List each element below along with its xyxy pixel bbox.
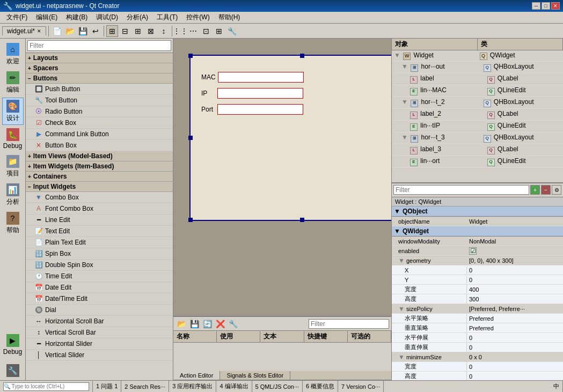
prop-windowmodality[interactable]: windowModality NonModal: [392, 236, 563, 246]
form-widget[interactable]: MAC IP Port: [189, 55, 391, 221]
palette-item-dial[interactable]: 🔘 Dial: [26, 305, 173, 316]
obj-row-hbox2[interactable]: ▼ ⊞ hor···t_2 Q QHBoxLayout: [392, 97, 563, 109]
menu-debug[interactable]: 调试(D): [92, 12, 122, 23]
palette-item-hscrollbar[interactable]: ↔ Horizontal Scroll Bar: [26, 316, 173, 327]
props-filter-add[interactable]: +: [530, 185, 540, 195]
left-btn-design[interactable]: 🎨 设计: [2, 98, 24, 125]
palette-item-commandlink[interactable]: ▶ Command Link Button: [26, 129, 173, 140]
prop-enabled[interactable]: enabled ☑: [392, 246, 563, 256]
toolbar-btn-7[interactable]: ⋯: [187, 25, 199, 37]
palette-item-lineedit[interactable]: ━ Line Edit: [26, 215, 173, 226]
toolbar-break-btn[interactable]: ⊠: [145, 25, 157, 37]
prop-geometry[interactable]: ▼ geometry [0, 0), 400 x 300]: [392, 256, 563, 265]
enabled-checkbox[interactable]: ☑: [469, 247, 477, 255]
bottom-btn-refresh[interactable]: 🔄: [201, 318, 213, 330]
obj-row-widget[interactable]: ▼ W Widget Q QWidget: [392, 50, 563, 62]
palette-item-datetimeedit[interactable]: 📅 Date/Time Edit: [26, 293, 173, 305]
toolbar-layout-grid-btn[interactable]: ⊞: [132, 25, 144, 37]
palette-item-fontcombobox[interactable]: A Font Combo Box: [26, 203, 173, 215]
prop-hpolicy[interactable]: 水平策略 Preferred: [392, 314, 563, 323]
palette-item-toolbutton[interactable]: 🔧 Tool Button: [26, 95, 173, 106]
toolbar-save-btn[interactable]: 💾: [77, 25, 89, 37]
palette-item-plaintextedit[interactable]: 📄 Plain Text Edit: [26, 237, 173, 248]
menu-tools[interactable]: 工具(T): [152, 12, 182, 23]
palette-item-pushbutton[interactable]: 🔲 Push Button: [26, 84, 173, 95]
menu-edit[interactable]: 编辑(E): [32, 12, 62, 23]
left-btn-debug2[interactable]: ▶ Debug: [2, 332, 24, 358]
toolbar-btn-10[interactable]: 🔧: [226, 25, 238, 37]
left-btn-welcome[interactable]: ⌂ 欢迎: [2, 41, 24, 68]
obj-row-label1[interactable]: L label Q QLabel: [392, 73, 563, 85]
status-app-output[interactable]: 3 应用程序输出: [169, 381, 216, 392]
handle-bl[interactable]: [188, 218, 193, 222]
group-itemviews[interactable]: + Item Views (Model-Based): [26, 151, 173, 161]
toolbar-new-btn[interactable]: 📄: [51, 25, 63, 37]
prop-x[interactable]: X 0: [392, 265, 563, 275]
minimize-button[interactable]: ─: [532, 2, 540, 10]
left-btn-project[interactable]: 📁 项目: [2, 153, 24, 180]
bottom-btn-open[interactable]: 📂: [176, 318, 187, 330]
palette-item-combobox[interactable]: ▼ Combo Box: [26, 192, 173, 203]
left-btn-edit[interactable]: ✏ 编辑: [2, 69, 24, 97]
status-issues[interactable]: 1 问题 1: [93, 381, 121, 392]
menu-file[interactable]: 文件(F): [2, 12, 32, 23]
palette-item-vslider[interactable]: │ Vertical Slider: [26, 350, 173, 361]
handle-tm[interactable]: [300, 54, 304, 58]
handle-ml[interactable]: [188, 136, 193, 140]
bottom-btn-delete[interactable]: ❌: [214, 318, 226, 330]
left-btn-analyze[interactable]: 📊 分析: [2, 181, 24, 209]
group-itemwidgets[interactable]: + Item Widgets (Item-Based): [26, 161, 173, 172]
left-btn-help[interactable]: ? 帮助: [2, 210, 24, 237]
palette-item-doublespinbox[interactable]: 🔢 Double Spin Box: [26, 260, 173, 271]
obj-row-label3[interactable]: L label_3 Q QLabel: [392, 144, 563, 156]
port-input[interactable]: [217, 104, 303, 115]
menu-help[interactable]: 帮助(H): [214, 12, 245, 23]
palette-item-vscrollbar[interactable]: ↕ Vertical Scroll Bar: [26, 327, 173, 338]
prop-minsize[interactable]: ▼ minimumSize 0 x 0: [392, 352, 563, 362]
prop-vstretch[interactable]: 垂直伸展 0: [392, 343, 563, 352]
toolbar-layout-v-btn[interactable]: ⊟: [119, 25, 131, 37]
prop-minheight[interactable]: 高度 0: [392, 372, 563, 380]
prop-height1[interactable]: 高度 300: [392, 294, 563, 304]
palette-item-checkbox[interactable]: ☑ Check Box: [26, 117, 173, 129]
status-qml-console[interactable]: 5 QML/JS Con···: [252, 381, 303, 392]
menu-analyze[interactable]: 分析(A): [122, 12, 152, 23]
palette-item-buttonbox[interactable]: ✕ Button Box: [26, 140, 173, 151]
palette-item-hslider[interactable]: ━ Horizontal Slider: [26, 338, 173, 350]
palette-item-textedit[interactable]: 📝 Text Edit: [26, 226, 173, 237]
file-tab-close[interactable]: ✕: [37, 28, 41, 34]
left-btn-extra[interactable]: 🔧: [2, 362, 24, 380]
ip-input[interactable]: [217, 88, 303, 99]
obj-row-lineedit-ip[interactable]: E lin···tIP Q QLineEdit: [392, 121, 563, 132]
props-filter-config[interactable]: ⚙: [552, 185, 561, 195]
props-filter-remove[interactable]: −: [541, 185, 551, 195]
obj-row-hbox3[interactable]: ▼ ⊞ hor···t_3 Q QHBoxLayout: [392, 132, 563, 144]
status-search[interactable]: [0, 381, 93, 392]
obj-row-lineedit-port[interactable]: E lin···ort Q QLineEdit: [392, 156, 563, 168]
palette-filter-input[interactable]: [27, 40, 171, 51]
toolbar-layout-h-btn[interactable]: ⊞: [106, 25, 118, 37]
group-buttons[interactable]: − Buttons: [26, 73, 173, 84]
palette-item-radiobutton[interactable]: ⦿ Radio Button: [26, 106, 173, 117]
bottom-btn-save[interactable]: 💾: [188, 318, 200, 330]
prop-y[interactable]: Y 0: [392, 275, 563, 285]
obj-row-lineedit-mac[interactable]: E lin···MAC Q QLineEdit: [392, 85, 563, 97]
toolbar-btn-6[interactable]: ⋮⋮: [174, 25, 186, 37]
group-inputwidgets[interactable]: − Input Widgets: [26, 182, 173, 192]
prop-sizepolicy[interactable]: ▼ sizePolicy [Preferred, Preferre···: [392, 304, 563, 314]
toolbar-btn-9[interactable]: ⊞: [213, 25, 225, 37]
handle-bm[interactable]: [300, 218, 304, 222]
group-containers[interactable]: + Containers: [26, 172, 173, 182]
tab-signals-slots[interactable]: Signals & Slots Editor: [220, 371, 290, 380]
close-button[interactable]: ✕: [551, 2, 560, 10]
obj-row-hbox1[interactable]: ▼ ⊞ hor···out Q QHBoxLayout: [392, 62, 563, 73]
menu-build[interactable]: 构建(B): [62, 12, 92, 23]
toolbar-btn-8[interactable]: ⊡: [200, 25, 212, 37]
status-version[interactable]: 7 Version Co···: [338, 381, 384, 392]
prop-vpolicy[interactable]: 垂直策略 Preferred: [392, 323, 563, 333]
toolbar-open-btn[interactable]: 📂: [64, 25, 76, 37]
bottom-filter-input[interactable]: [309, 319, 389, 329]
group-spacers[interactable]: + Spacers: [26, 63, 173, 73]
prop-objectname[interactable]: objectName Widget: [392, 217, 563, 226]
props-filter-input[interactable]: [393, 185, 529, 195]
